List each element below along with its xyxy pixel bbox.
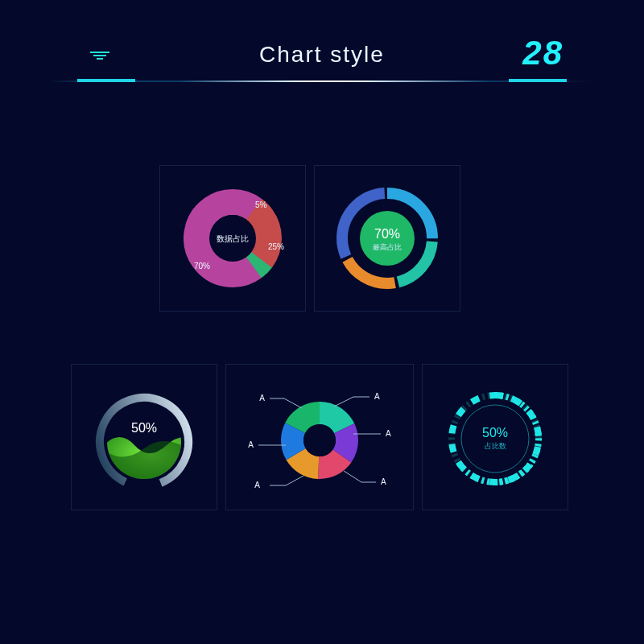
- donut2-center-label: 最高占比: [373, 243, 402, 251]
- donut4-label-3: A: [254, 481, 260, 489]
- gauge5-value: 50%: [482, 426, 508, 440]
- donut-chart-basic: 数据占比 5% 25% 70%: [160, 166, 305, 311]
- page: Chart style 28 数据占比 5% 25% 70%: [0, 0, 644, 644]
- donut1-center-label: 数据占比: [217, 234, 249, 243]
- page-number: 28: [522, 34, 564, 72]
- donut-chart-double-ring: 70% 最高占比: [315, 166, 460, 311]
- chart-card-gauge-dotted: 50% 占比数: [422, 364, 568, 510]
- chart-card-donut-basic: 数据占比 5% 25% 70%: [159, 165, 306, 312]
- header-accent-right: [509, 79, 567, 82]
- gauge3-value: 50%: [131, 421, 157, 435]
- donut1-slice-label-0: 5%: [255, 200, 267, 209]
- donut1-slice-label-1: 25%: [268, 242, 284, 251]
- donut2-center-value: 70%: [374, 227, 400, 241]
- donut4-label-1: A: [386, 429, 391, 438]
- header: Chart style 28: [0, 39, 644, 97]
- chart-card-donut-double-ring: 70% 最高占比: [314, 165, 460, 312]
- donut-chart-labeled: A A A A A A: [226, 365, 413, 510]
- gauge-liquid: 50%: [72, 365, 217, 510]
- donut1-slice-label-2: 70%: [194, 262, 210, 270]
- svg-point-17: [303, 424, 336, 456]
- header-accent-left: [77, 79, 135, 82]
- donut4-label-2: A: [381, 477, 386, 486]
- gauge5-label: 占比数: [485, 442, 506, 450]
- chart-card-donut-labeled: A A A A A A: [225, 364, 414, 510]
- gauge-dotted: 50% 占比数: [423, 365, 568, 510]
- donut4-label-4: A: [248, 440, 254, 449]
- donut4-label-5: A: [259, 394, 265, 402]
- svg-point-10: [85, 383, 203, 501]
- chart-card-gauge-liquid: 50%: [71, 364, 217, 510]
- donut4-label-0: A: [374, 392, 380, 401]
